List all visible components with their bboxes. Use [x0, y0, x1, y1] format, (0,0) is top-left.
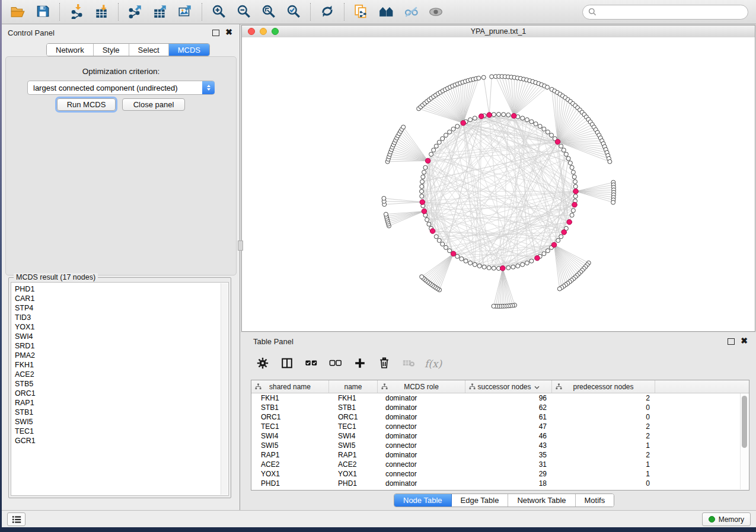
network-node[interactable] — [506, 266, 511, 270]
network-hub-node[interactable] — [422, 209, 427, 214]
cell-successor-nodes[interactable]: 46 — [465, 432, 552, 440]
network-hub-node[interactable] — [511, 113, 516, 118]
cell-predecessor-nodes[interactable]: 0 — [552, 403, 655, 412]
cell-shared-name[interactable]: STB1 — [251, 403, 329, 412]
network-node[interactable] — [546, 130, 550, 134]
network-node[interactable] — [546, 249, 550, 253]
close-table-panel-icon[interactable]: ✖ — [741, 336, 748, 345]
column-header-successor-nodes[interactable]: successor nodes — [465, 380, 552, 393]
mcds-result-item[interactable]: PMA2 — [11, 351, 228, 360]
network-canvas[interactable] — [242, 37, 755, 331]
cell-predecessor-nodes[interactable]: 2 — [552, 422, 655, 431]
network-node[interactable] — [437, 140, 441, 145]
network-node[interactable] — [473, 262, 477, 267]
cell-predecessor-nodes[interactable]: 1 — [552, 441, 655, 450]
column-header-shared-name[interactable]: shared name — [251, 380, 329, 393]
network-node[interactable] — [420, 184, 424, 188]
tab-edge-table[interactable]: Edge Table — [452, 494, 509, 507]
mcds-result-item[interactable]: FKH1 — [11, 360, 228, 370]
add-column-button[interactable] — [352, 355, 368, 372]
network-node[interactable] — [557, 287, 562, 291]
network-node[interactable] — [492, 304, 496, 308]
split-column-button[interactable] — [279, 355, 295, 372]
network-hub-node[interactable] — [479, 114, 484, 119]
zoom-fit-button[interactable] — [257, 2, 280, 21]
search-box[interactable] — [582, 5, 748, 20]
network-hub-node[interactable] — [461, 120, 466, 126]
cell-name[interactable]: STB1 — [329, 403, 378, 412]
list-scrollbar[interactable] — [221, 283, 228, 495]
network-node[interactable] — [423, 165, 428, 169]
cell-predecessor-nodes[interactable]: 1 — [552, 460, 655, 469]
cell-predecessor-nodes[interactable]: 2 — [552, 394, 655, 402]
tab-network-table[interactable]: Network Table — [508, 494, 575, 507]
mcds-result-item[interactable]: SRD1 — [11, 341, 228, 351]
network-node[interactable] — [432, 148, 436, 152]
network-node[interactable] — [492, 266, 496, 270]
cell-shared-name[interactable]: SWI4 — [251, 432, 329, 440]
network-node[interactable] — [525, 118, 529, 122]
mcds-result-item[interactable]: CAR1 — [11, 294, 228, 303]
network-node[interactable] — [464, 259, 468, 263]
network-node[interactable] — [490, 75, 494, 79]
cell-MCDS-role[interactable]: dominator — [378, 413, 465, 421]
float-table-panel-icon[interactable] — [728, 338, 735, 345]
network-node[interactable] — [506, 113, 511, 117]
table-row[interactable]: ACE2ACE2connector311 — [251, 460, 749, 469]
network-node[interactable] — [570, 165, 574, 169]
cell-predecessor-nodes[interactable]: 0 — [552, 479, 655, 488]
cell-shared-name[interactable]: FKH1 — [251, 394, 329, 402]
network-node[interactable] — [401, 125, 406, 129]
network-node[interactable] — [573, 180, 578, 184]
zoom-selected-button[interactable] — [282, 2, 305, 21]
network-hub-node[interactable] — [500, 266, 506, 271]
network-node[interactable] — [568, 161, 572, 165]
network-node[interactable] — [516, 264, 520, 268]
import-table-button[interactable] — [90, 2, 113, 21]
network-node[interactable] — [497, 113, 501, 117]
cell-name[interactable]: SWI5 — [329, 441, 378, 450]
tab-style[interactable]: Style — [94, 44, 129, 56]
network-node[interactable] — [538, 124, 542, 129]
network-node[interactable] — [434, 144, 438, 148]
table-scrollbar-thumb[interactable] — [742, 396, 747, 448]
network-node[interactable] — [571, 170, 575, 174]
network-node[interactable] — [559, 235, 563, 239]
cell-successor-nodes[interactable]: 43 — [465, 441, 552, 450]
task-history-button[interactable] — [7, 512, 25, 526]
network-node[interactable] — [542, 252, 546, 256]
table-row[interactable]: RAP1RAP1dominator352 — [251, 450, 749, 460]
network-hub-node[interactable] — [487, 113, 492, 118]
mcds-result-item[interactable]: STP4 — [11, 303, 228, 313]
network-hub-node[interactable] — [572, 202, 578, 207]
search-input[interactable] — [600, 7, 742, 17]
cell-successor-nodes[interactable]: 31 — [465, 460, 552, 469]
network-window-titlebar[interactable]: YPA_prune.txt_1 — [242, 25, 755, 38]
network-node[interactable] — [482, 265, 486, 269]
network-node[interactable] — [521, 116, 525, 120]
cell-predecessor-nodes[interactable]: 1 — [552, 470, 655, 478]
tab-node-table[interactable]: Node Table — [394, 494, 452, 507]
network-node[interactable] — [448, 130, 452, 134]
tab-motifs[interactable]: Motifs — [576, 494, 614, 507]
cell-successor-nodes[interactable]: 18 — [465, 479, 552, 488]
cell-successor-nodes[interactable]: 62 — [465, 403, 552, 412]
cell-name[interactable]: PHD1 — [329, 479, 378, 488]
table-row[interactable]: ORC1ORC1dominator610 — [251, 412, 749, 422]
mcds-result-item[interactable]: ORC1 — [11, 389, 228, 398]
mcds-result-item[interactable]: SWI4 — [11, 332, 228, 341]
network-hub-node[interactable] — [551, 242, 557, 248]
column-header-name[interactable]: name — [329, 380, 378, 393]
cell-successor-nodes[interactable]: 35 — [465, 451, 552, 459]
hide-graphics-details-button[interactable] — [400, 2, 422, 21]
network-node[interactable] — [384, 212, 388, 216]
cell-MCDS-role[interactable]: connector — [378, 470, 465, 478]
mcds-result-item[interactable]: ACE2 — [11, 370, 228, 379]
panel-splitter-handle[interactable] — [238, 241, 243, 251]
network-node[interactable] — [570, 213, 574, 217]
cell-MCDS-role[interactable]: dominator — [378, 394, 465, 402]
network-node[interactable] — [502, 113, 506, 117]
cell-name[interactable]: ACE2 — [329, 460, 378, 469]
table-row[interactable]: STB1STB1dominator620 — [251, 403, 749, 412]
cell-MCDS-role[interactable]: connector — [378, 460, 465, 469]
